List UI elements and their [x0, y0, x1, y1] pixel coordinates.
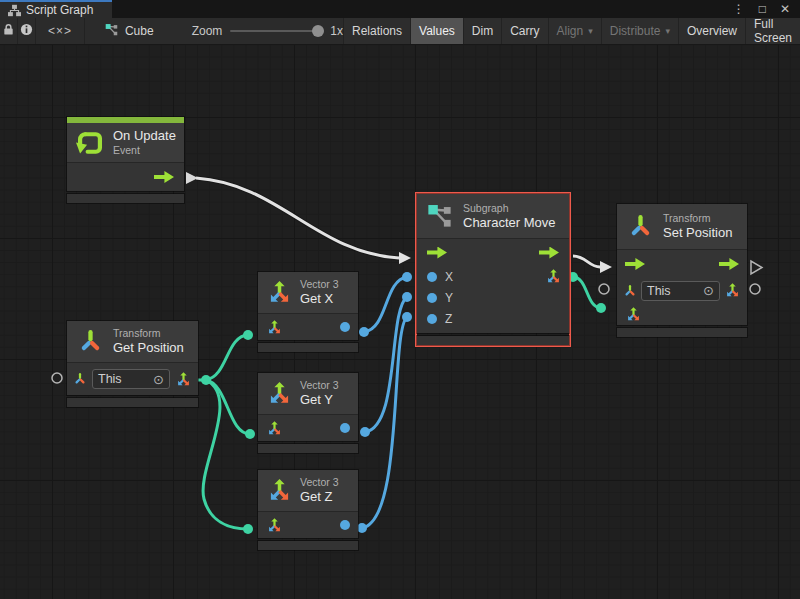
node-set-position[interactable]: Transform Set Position This ⊙ — [617, 204, 747, 337]
lock-icon — [2, 23, 15, 39]
value-output-port[interactable] — [340, 322, 350, 332]
vector3-input-port[interactable] — [266, 420, 283, 437]
object-picker-icon[interactable]: ⊙ — [703, 283, 714, 298]
titlebar: Script Graph ⋮ □ ✕ — [0, 0, 800, 18]
zoom-slider-handle[interactable] — [312, 25, 324, 37]
graph-target[interactable]: Cube — [105, 18, 154, 44]
graph-target-label: Cube — [125, 24, 154, 38]
flow-input-port[interactable] — [427, 247, 447, 259]
flow-output-port[interactable] — [719, 258, 739, 270]
flow-output-port[interactable] — [539, 247, 559, 259]
distribute-dropdown[interactable]: Distribute▾ — [601, 18, 678, 44]
node-type: Transform — [113, 327, 184, 340]
vector3-output-port[interactable] — [724, 282, 741, 299]
window-controls: ⋮ □ ✕ — [733, 0, 800, 18]
view-buttons: Relations Values Dim Carry Align▾ Distri… — [343, 18, 800, 44]
window-close-icon[interactable]: ✕ — [780, 2, 790, 16]
x-input-label: X — [445, 270, 453, 284]
overview-button[interactable]: Overview — [678, 18, 745, 44]
node-footer — [617, 328, 747, 337]
setposition-value-out-empty[interactable] — [750, 284, 760, 294]
button-label: Relations — [352, 24, 402, 38]
setposition-target-port-empty[interactable] — [599, 284, 609, 294]
value-output-port[interactable] — [340, 423, 350, 433]
window-menu-icon[interactable]: ⋮ — [733, 2, 745, 16]
button-label: Overview — [687, 24, 737, 38]
vector3-input-port[interactable] — [266, 517, 283, 534]
node-type: Vector 3 — [300, 476, 339, 489]
vector3-output-port[interactable] — [545, 268, 562, 285]
node-footer — [258, 444, 358, 453]
align-dropdown[interactable]: Align▾ — [548, 18, 601, 44]
node-title: Get Y — [300, 392, 339, 408]
node-get-x[interactable]: Vector 3 Get X — [258, 272, 358, 352]
tab-script-graph[interactable]: Script Graph — [0, 0, 112, 18]
edit-code-button[interactable]: <×> — [36, 18, 85, 44]
getposition-target-port-empty[interactable] — [52, 373, 62, 383]
subgraph-icon — [427, 203, 454, 230]
relations-button[interactable]: Relations — [343, 18, 410, 44]
vector3-value-input-port[interactable] — [625, 306, 642, 323]
wire-charactermove-to-setposition[interactable] — [573, 256, 612, 273]
script-graph-window: Script Graph ⋮ □ ✕ <×> Cube Zoom 1x Rela… — [0, 0, 800, 599]
inspect-button[interactable] — [18, 18, 36, 44]
graph-canvas[interactable]: On Update Event Transform — [0, 45, 800, 599]
value-output-port[interactable] — [340, 520, 350, 530]
graph-toolbar: <×> Cube Zoom 1x Relations Values Dim Ca… — [0, 18, 800, 45]
subgraph-icon — [105, 23, 119, 40]
node-title: On Update — [113, 128, 176, 144]
y-input-port[interactable] — [427, 293, 437, 303]
node-on-update[interactable]: On Update Event — [67, 117, 184, 203]
node-character-move-subgraph[interactable]: Subgraph Character Move X Y — [415, 192, 571, 347]
setposition-flow-out-empty[interactable] — [751, 261, 762, 274]
script-graph-icon — [8, 4, 21, 17]
node-type: Event — [113, 144, 176, 157]
chevron-down-icon: ▾ — [588, 26, 593, 36]
node-footer — [417, 336, 569, 345]
x-input-port[interactable] — [427, 272, 437, 282]
zoom-value: 1x — [330, 24, 343, 38]
flow-output-port[interactable] — [154, 171, 174, 183]
node-footer — [67, 194, 184, 203]
window-maximize-icon[interactable]: □ — [759, 2, 766, 16]
this-field[interactable]: This ⊙ — [92, 369, 170, 389]
lock-button[interactable] — [0, 18, 18, 44]
object-picker-icon[interactable]: ⊙ — [153, 372, 164, 387]
zoom-label: Zoom — [192, 24, 223, 38]
button-label: Values — [419, 24, 455, 38]
node-get-z[interactable]: Vector 3 Get Z — [258, 470, 358, 550]
node-type: Subgraph — [463, 202, 555, 215]
loop-event-icon — [76, 129, 104, 157]
full-screen-button[interactable]: Full Screen — [745, 18, 800, 44]
transform-icon[interactable] — [623, 284, 637, 298]
dim-button[interactable]: Dim — [463, 18, 501, 44]
node-title: Character Move — [463, 215, 555, 231]
flow-input-port[interactable] — [625, 258, 645, 270]
node-title: Get Position — [113, 340, 184, 356]
node-get-position[interactable]: Transform Get Position This ⊙ — [67, 321, 198, 407]
chevron-down-icon: ▾ — [665, 26, 670, 36]
node-footer — [67, 398, 198, 407]
node-title: Get X — [300, 291, 339, 307]
wire-getz-to-z[interactable] — [357, 312, 412, 533]
vector3-icon — [266, 380, 293, 407]
zoom-control: Zoom 1x — [192, 18, 343, 44]
node-title: Set Position — [663, 225, 732, 241]
wire-onupdate-to-charactermove[interactable] — [186, 172, 411, 264]
values-button[interactable]: Values — [410, 18, 463, 44]
button-label: Distribute — [610, 24, 661, 38]
wire-getposition-to-getxyz[interactable] — [196, 330, 255, 534]
z-input-label: Z — [445, 312, 452, 326]
zoom-slider[interactable] — [230, 30, 322, 32]
y-input-label: Y — [445, 291, 453, 305]
button-label: Dim — [472, 24, 493, 38]
transform-icon[interactable] — [73, 372, 87, 386]
this-field[interactable]: This ⊙ — [641, 281, 720, 301]
z-input-port[interactable] — [427, 314, 437, 324]
button-label: Align — [557, 24, 584, 38]
carry-button[interactable]: Carry — [501, 18, 547, 44]
vector3-output-port[interactable] — [175, 371, 192, 388]
node-get-y[interactable]: Vector 3 Get Y — [258, 373, 358, 453]
this-field-value: This — [647, 284, 671, 298]
vector3-input-port[interactable] — [266, 319, 283, 336]
